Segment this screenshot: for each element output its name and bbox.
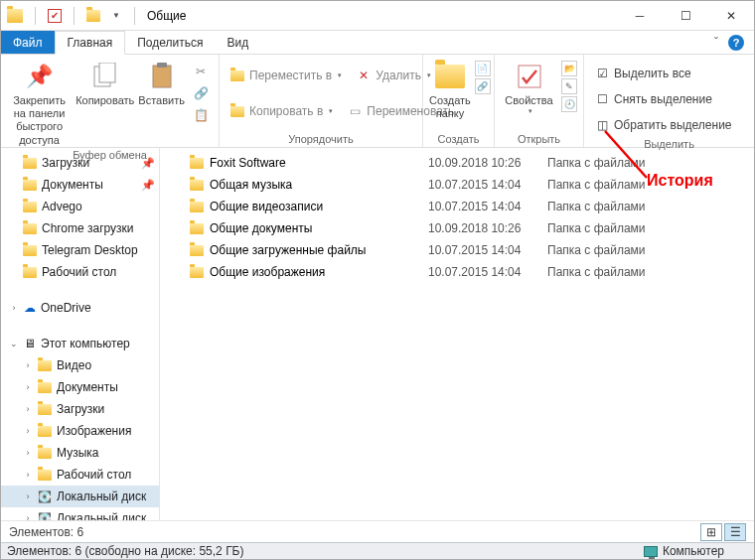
sidebar-pc-pictures[interactable]: ›Изображения xyxy=(1,420,159,442)
sidebar-pc-music[interactable]: ›Музыка xyxy=(1,442,159,464)
drive-icon: 💽 xyxy=(38,490,52,503)
folder-icon xyxy=(38,404,52,415)
bottom-bar: Элементов: 6 (свободно на диске: 55,2 ГБ… xyxy=(1,542,754,559)
edit-button[interactable]: ✎ xyxy=(561,78,577,94)
sidebar-item-downloads[interactable]: Загрузки📌 xyxy=(1,152,159,174)
list-item[interactable]: Общие загруженные файлы10.07.2015 14:04П… xyxy=(160,239,754,261)
list-item[interactable]: Общие изображения10.07.2015 14:04Папка с… xyxy=(160,261,754,283)
copy-button[interactable]: Копировать xyxy=(76,59,134,107)
group-new-label: Создать xyxy=(429,131,488,147)
minimize-button[interactable]: ─ xyxy=(617,1,663,30)
window-title: Общие xyxy=(137,9,186,23)
list-item[interactable]: Foxit Software10.09.2018 10:26Папка с фа… xyxy=(160,152,754,174)
sidebar-item-advego[interactable]: Advego xyxy=(1,196,159,217)
folder-icon xyxy=(190,202,204,212)
collapse-ribbon-icon[interactable]: ˇ xyxy=(714,36,718,50)
drive-icon: 💽 xyxy=(38,512,52,521)
qat-dropdown-icon[interactable]: ▼ xyxy=(110,11,122,20)
new-folder-label: Создать папку xyxy=(429,94,471,120)
maximize-button[interactable]: ☐ xyxy=(663,1,708,30)
close-button[interactable]: ✕ xyxy=(708,1,754,30)
separator xyxy=(74,7,75,25)
expand-icon[interactable]: › xyxy=(9,303,19,313)
folder-icon xyxy=(23,223,37,234)
cut-button[interactable]: ✂ xyxy=(189,61,213,82)
tab-home[interactable]: Главная xyxy=(55,31,126,55)
folder-icon xyxy=(38,426,52,437)
sidebar-pc-downloads[interactable]: ›Загрузки xyxy=(1,398,159,420)
copy-icon xyxy=(92,63,118,90)
svg-rect-2 xyxy=(153,66,171,87)
invert-selection-button[interactable]: ◫Обратить выделение xyxy=(590,114,736,136)
new-item-button[interactable]: 📄 xyxy=(475,61,491,76)
svg-rect-1 xyxy=(99,63,115,82)
sidebar-thispc[interactable]: ⌄🖥Этот компьютер xyxy=(1,333,159,354)
select-all-icon: ☑ xyxy=(594,66,610,81)
sidebar-item-desktop[interactable]: Рабочий стол xyxy=(1,261,159,283)
pin-label: Закрепить на панели быстрого доступа xyxy=(7,94,72,147)
sidebar-pc-localdisk-1[interactable]: ›💽Локальный диск xyxy=(1,486,159,507)
copy-to-button[interactable]: Копировать в▾ xyxy=(226,100,337,122)
view-thumbnails-button[interactable]: ⊞ xyxy=(700,523,722,541)
svg-rect-3 xyxy=(157,63,167,68)
copy-path-button[interactable]: 🔗 xyxy=(189,82,213,104)
sidebar-item-documents[interactable]: Документы📌 xyxy=(1,174,159,196)
ribbon: 📌 Закрепить на панели быстрого доступа К… xyxy=(1,55,754,148)
sidebar-pc-video[interactable]: ›Видео xyxy=(1,354,159,376)
onedrive-icon: ☁ xyxy=(24,301,36,315)
easy-access-button[interactable]: 🔗 xyxy=(475,78,491,94)
separator xyxy=(35,7,36,25)
sidebar-onedrive[interactable]: ›☁OneDrive xyxy=(1,297,159,319)
folder-icon xyxy=(190,267,204,278)
cut-icon: ✂ xyxy=(193,64,209,79)
list-item[interactable]: Общие видеозаписи10.07.2015 14:04Папка с… xyxy=(160,196,754,217)
pin-icon: 📌 xyxy=(141,157,155,170)
paste-shortcut-button[interactable]: 📋 xyxy=(189,104,213,126)
navigation-pane[interactable]: Загрузки📌 Документы📌 Advego Chrome загру… xyxy=(1,148,160,520)
tab-file[interactable]: Файл xyxy=(1,31,55,54)
open-button[interactable]: 📂 xyxy=(561,61,577,76)
help-icon[interactable]: ? xyxy=(728,35,744,51)
sidebar-pc-desktop[interactable]: ›Рабочий стол xyxy=(1,464,159,486)
separator xyxy=(134,7,135,25)
tab-share[interactable]: Поделиться xyxy=(125,31,215,54)
file-list[interactable]: Foxit Software10.09.2018 10:26Папка с фа… xyxy=(160,148,754,520)
folder-icon xyxy=(23,245,37,256)
pin-to-quick-access-button[interactable]: 📌 Закрепить на панели быстрого доступа xyxy=(7,59,72,147)
copy-label: Копировать xyxy=(76,94,134,107)
move-to-button[interactable]: Переместить в▾ xyxy=(226,65,346,86)
annotation-label: История xyxy=(647,172,713,190)
tab-view[interactable]: Вид xyxy=(215,31,260,54)
sidebar-pc-localdisk-2[interactable]: ›💽Локальный диск xyxy=(1,507,159,520)
select-none-icon: ☐ xyxy=(594,91,610,107)
folder-icon xyxy=(190,223,204,234)
new-folder-icon xyxy=(435,65,465,88)
invert-selection-icon: ◫ xyxy=(594,117,610,133)
sidebar-pc-documents[interactable]: ›Документы xyxy=(1,376,159,398)
paste-label: Вставить xyxy=(138,94,185,107)
qat-folder-icon[interactable] xyxy=(86,10,100,22)
sidebar-item-chrome[interactable]: Chrome загрузки xyxy=(1,217,159,239)
move-to-icon xyxy=(230,70,244,81)
new-folder-button[interactable]: Создать папку xyxy=(429,59,471,120)
view-details-button[interactable]: ☰ xyxy=(724,523,746,541)
folder-icon xyxy=(38,382,52,393)
select-none-button[interactable]: ☐Снять выделение xyxy=(590,88,716,110)
sidebar-item-telegram[interactable]: Telegram Desktop xyxy=(1,239,159,261)
ribbon-tabs: Файл Главная Поделиться Вид ˇ ? xyxy=(1,31,754,55)
pin-icon: 📌 xyxy=(141,179,155,192)
status-bar: Элементов: 6 ⊞ ☰ xyxy=(1,520,754,542)
folder-icon xyxy=(23,180,37,191)
history-button[interactable]: 🕘 xyxy=(561,96,577,112)
folder-icon xyxy=(23,267,37,278)
app-folder-icon xyxy=(7,9,23,23)
svg-rect-4 xyxy=(519,66,540,87)
folder-icon xyxy=(190,245,204,256)
select-all-button[interactable]: ☑Выделить все xyxy=(590,63,695,84)
qat-properties-icon[interactable]: ✔ xyxy=(48,9,62,23)
paste-button[interactable]: Вставить xyxy=(138,59,185,107)
collapse-icon[interactable]: ⌄ xyxy=(9,339,19,349)
properties-button[interactable]: Свойства ▾ xyxy=(501,59,557,116)
properties-label: Свойства xyxy=(505,94,552,107)
list-item[interactable]: Общие документы10.09.2018 10:26Папка с ф… xyxy=(160,217,754,239)
